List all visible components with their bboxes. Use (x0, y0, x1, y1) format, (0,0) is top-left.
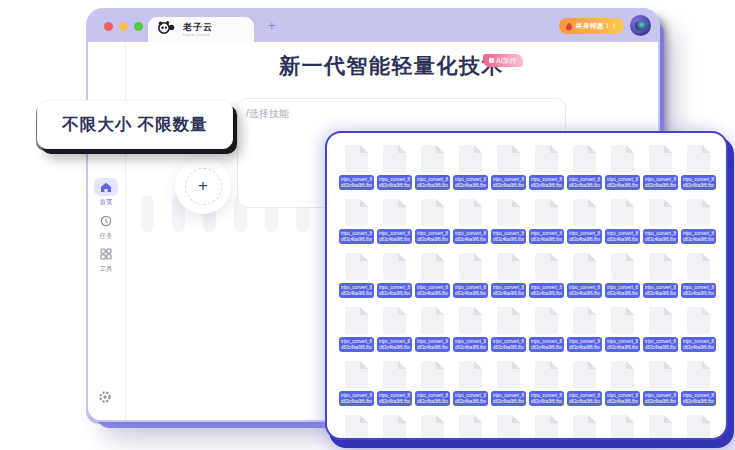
document-icon (497, 361, 520, 388)
file-tile[interactable]: tripo_convert_8 d63c4ba9f6.fbx (643, 253, 678, 298)
gear-icon[interactable] (98, 390, 112, 408)
file-tile[interactable]: tripo_convert_8 d63c4ba9f6.fbx (453, 253, 488, 298)
close-window-button[interactable] (104, 22, 113, 31)
file-tile[interactable]: tripo_convert_8 d63c4ba9f6.fbx (453, 145, 488, 190)
file-tile[interactable]: tripo_convert_8 d63c4ba9f6.fbx (377, 253, 412, 298)
file-name-label: tripo_convert_8 d63c4ba9f6.fbx (415, 175, 450, 190)
file-tile[interactable]: tripo_convert_8 d63c4ba9f6.fbx (377, 307, 412, 352)
file-name-label: tripo_convert_8 d63c4ba9f6.fbx (377, 283, 412, 298)
document-icon (421, 307, 444, 334)
file-name-label: tripo_convert_8 d63c4ba9f6.fbx (415, 283, 450, 298)
sidebar-item-tasks[interactable]: 任务 (91, 212, 121, 241)
file-name-label: tripo_convert_8 d63c4ba9f6.fbx (453, 175, 488, 190)
sidebar-item-home[interactable]: 首页 (91, 178, 121, 207)
document-icon (687, 199, 710, 226)
file-tile[interactable]: tripo_convert_8 d63c4ba9f6.fbx (377, 145, 412, 190)
file-tile[interactable]: tripo_convert_8 d63c4ba9f6.fbx (339, 361, 374, 406)
file-tile[interactable]: tripo_convert_8 d63c4ba9f6.fbx (415, 199, 450, 244)
file-tile[interactable]: tripo_convert_8 d63c4ba9f6.fbx (643, 415, 678, 440)
file-tile[interactable]: tripo_convert_8 d63c4ba9f6.fbx (567, 199, 602, 244)
file-tile[interactable]: tripo_convert_8 d63c4ba9f6.fbx (415, 145, 450, 190)
file-tile[interactable]: tripo_convert_8 d63c4ba9f6.fbx (681, 253, 716, 298)
file-tile[interactable]: tripo_convert_8 d63c4ba9f6.fbx (377, 415, 412, 440)
file-tile[interactable]: tripo_convert_8 d63c4ba9f6.fbx (681, 361, 716, 406)
browser-titlebar: 老子云 Laozi Cloud + 终身特惠！！ (88, 10, 658, 42)
file-tile[interactable]: tripo_convert_8 d63c4ba9f6.fbx (605, 415, 640, 440)
file-tile[interactable]: tripo_convert_8 d63c4ba9f6.fbx (339, 253, 374, 298)
file-tile[interactable]: tripo_convert_8 d63c4ba9f6.fbx (605, 199, 640, 244)
page: 老子云 Laozi Cloud + 终身特惠！！ 首页 (0, 0, 735, 450)
add-file-button[interactable]: + (175, 158, 231, 214)
file-tile[interactable]: tripo_convert_8 d63c4ba9f6.fbx (453, 199, 488, 244)
file-tile[interactable]: tripo_convert_8 d63c4ba9f6.fbx (491, 415, 526, 440)
promo-label: 终身特惠！！ (576, 22, 618, 31)
file-tile[interactable]: tripo_convert_8 d63c4ba9f6.fbx (529, 199, 564, 244)
file-tile[interactable]: tripo_convert_8 d63c4ba9f6.fbx (567, 253, 602, 298)
file-tile[interactable]: tripo_convert_8 d63c4ba9f6.fbx (377, 361, 412, 406)
tooltip-callout: 不限大小 不限数量 (37, 100, 233, 149)
document-icon (649, 307, 672, 334)
file-tile[interactable]: tripo_convert_8 d63c4ba9f6.fbx (529, 145, 564, 190)
file-tile[interactable]: tripo_convert_8 d63c4ba9f6.fbx (681, 145, 716, 190)
maximize-window-button[interactable] (134, 22, 143, 31)
promo-badge[interactable]: 终身特惠！！ (559, 18, 624, 34)
file-tile[interactable]: tripo_convert_8 d63c4ba9f6.fbx (567, 361, 602, 406)
file-tile[interactable]: tripo_convert_8 d63c4ba9f6.fbx (567, 415, 602, 440)
file-tile[interactable]: tripo_convert_8 d63c4ba9f6.fbx (605, 145, 640, 190)
file-tile[interactable]: tripo_convert_8 d63c4ba9f6.fbx (339, 199, 374, 244)
file-tile[interactable]: tripo_convert_8 d63c4ba9f6.fbx (339, 145, 374, 190)
file-tile[interactable]: tripo_convert_8 d63c4ba9f6.fbx (491, 361, 526, 406)
minimize-window-button[interactable] (119, 22, 128, 31)
file-tile[interactable]: tripo_convert_8 d63c4ba9f6.fbx (491, 253, 526, 298)
file-tile[interactable]: tripo_convert_8 d63c4ba9f6.fbx (643, 199, 678, 244)
file-tile[interactable]: tripo_convert_8 d63c4ba9f6.fbx (453, 307, 488, 352)
file-tile[interactable]: tripo_convert_8 d63c4ba9f6.fbx (567, 307, 602, 352)
file-tile[interactable]: tripo_convert_8 d63c4ba9f6.fbx (605, 253, 640, 298)
document-icon (649, 415, 672, 440)
flame-icon (565, 17, 573, 35)
file-tile[interactable]: tripo_convert_8 d63c4ba9f6.fbx (643, 361, 678, 406)
file-tile[interactable]: tripo_convert_8 d63c4ba9f6.fbx (681, 307, 716, 352)
file-tile[interactable]: tripo_convert_8 d63c4ba9f6.fbx (529, 307, 564, 352)
file-tile[interactable]: tripo_convert_8 d63c4ba9f6.fbx (605, 361, 640, 406)
document-icon (687, 307, 710, 334)
file-tile[interactable]: tripo_convert_8 d63c4ba9f6.fbx (681, 199, 716, 244)
file-tile[interactable]: tripo_convert_8 d63c4ba9f6.fbx (453, 415, 488, 440)
file-tile[interactable]: tripo_convert_8 d63c4ba9f6.fbx (681, 415, 716, 440)
file-tile[interactable]: tripo_convert_8 d63c4ba9f6.fbx (529, 361, 564, 406)
file-name-label: tripo_convert_8 d63c4ba9f6.fbx (377, 391, 412, 406)
new-tab-button[interactable]: + (268, 18, 276, 33)
file-name-label: tripo_convert_8 d63c4ba9f6.fbx (415, 391, 450, 406)
document-icon (535, 253, 558, 280)
document-icon (383, 199, 406, 226)
file-name-label: tripo_convert_8 d63c4ba9f6.fbx (605, 283, 640, 298)
file-tile[interactable]: tripo_convert_8 d63c4ba9f6.fbx (415, 361, 450, 406)
file-tile[interactable]: tripo_convert_8 d63c4ba9f6.fbx (529, 253, 564, 298)
file-tile[interactable]: tripo_convert_8 d63c4ba9f6.fbx (415, 253, 450, 298)
skill-input[interactable] (244, 107, 548, 120)
sidebar-item-tools[interactable]: 工具 (91, 245, 121, 274)
file-tile[interactable]: tripo_convert_8 d63c4ba9f6.fbx (491, 307, 526, 352)
file-tile[interactable]: tripo_convert_8 d63c4ba9f6.fbx (491, 145, 526, 190)
document-icon (421, 361, 444, 388)
file-name-label: tripo_convert_8 d63c4ba9f6.fbx (605, 391, 640, 406)
document-icon (345, 253, 368, 280)
file-tile[interactable]: tripo_convert_8 d63c4ba9f6.fbx (377, 199, 412, 244)
file-tile[interactable]: tripo_convert_8 d63c4ba9f6.fbx (453, 361, 488, 406)
sidebar-item-label: 工具 (100, 265, 113, 274)
file-tile[interactable]: tripo_convert_8 d63c4ba9f6.fbx (339, 415, 374, 440)
file-tile[interactable]: tripo_convert_8 d63c4ba9f6.fbx (339, 307, 374, 352)
file-tile[interactable]: tripo_convert_8 d63c4ba9f6.fbx (643, 145, 678, 190)
file-tile[interactable]: tripo_convert_8 d63c4ba9f6.fbx (491, 199, 526, 244)
file-tile[interactable]: tripo_convert_8 d63c4ba9f6.fbx (567, 145, 602, 190)
file-tile[interactable]: tripo_convert_8 d63c4ba9f6.fbx (605, 307, 640, 352)
user-avatar[interactable] (630, 15, 651, 36)
browser-tab[interactable]: 老子云 Laozi Cloud (148, 17, 254, 42)
document-icon (573, 361, 596, 388)
file-tile[interactable]: tripo_convert_8 d63c4ba9f6.fbx (643, 307, 678, 352)
document-icon (421, 145, 444, 172)
file-name-label: tripo_convert_8 d63c4ba9f6.fbx (339, 391, 374, 406)
file-tile[interactable]: tripo_convert_8 d63c4ba9f6.fbx (529, 415, 564, 440)
file-tile[interactable]: tripo_convert_8 d63c4ba9f6.fbx (415, 415, 450, 440)
file-tile[interactable]: tripo_convert_8 d63c4ba9f6.fbx (415, 307, 450, 352)
